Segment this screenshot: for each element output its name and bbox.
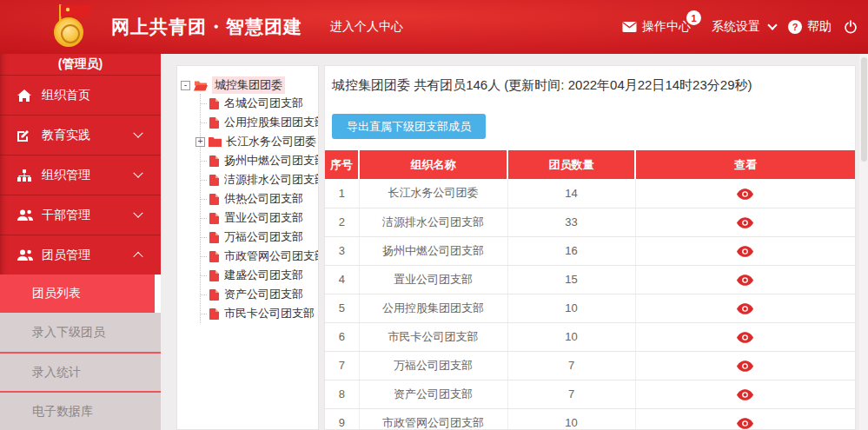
expand-plus-icon[interactable]: + — [195, 137, 205, 147]
eye-icon[interactable] — [737, 303, 753, 314]
logout-power-button[interactable] — [844, 20, 858, 34]
file-icon — [209, 308, 219, 320]
tree-item[interactable]: 供热公司团支部 — [201, 189, 318, 208]
row-index: 5 — [325, 294, 359, 322]
tree-item[interactable]: 洁源排水公司团支部 — [201, 170, 318, 189]
sidebar-item-label: 干部管理 — [42, 208, 90, 223]
communist-youth-league-emblem-icon — [50, 5, 96, 49]
eye-icon[interactable] — [737, 275, 753, 286]
eye-icon[interactable] — [737, 246, 753, 257]
file-icon — [209, 289, 219, 301]
top-header-bar: 网上共青团・智慧团建 进入个人中心 操作中心 1 系统设置 ? 帮助 — [0, 0, 868, 54]
tree-root-label[interactable]: 城控集团团委 — [212, 76, 285, 94]
row-org-name: 市民卡公司团支部 — [359, 322, 507, 351]
row-view-cell — [635, 265, 855, 294]
row-view-cell — [635, 351, 855, 380]
file-icon — [209, 117, 219, 129]
column-header-view: 查看 — [635, 150, 855, 179]
row-member-count: 16 — [507, 236, 635, 265]
row-index: 6 — [325, 322, 359, 351]
table-header-row: 序号 组织名称 团员数量 查看 — [325, 150, 855, 179]
row-index: 8 — [325, 380, 359, 408]
row-view-cell — [635, 294, 855, 322]
eye-icon[interactable] — [737, 361, 753, 372]
left-sidebar-nav: (管理员) 组织首页 教育实践 组织管理 干部管理 团员管理 团 — [0, 54, 161, 430]
organization-members-table: 序号 组织名称 团员数量 查看 1 长江水务公司团委 14 2 洁源排水公司团支… — [325, 150, 855, 430]
tree-item[interactable]: 置业公司团支部 — [201, 208, 318, 228]
collapse-minus-icon[interactable]: - — [181, 81, 190, 90]
tree-item[interactable]: 名城公司团支部 — [201, 94, 318, 113]
row-member-count: 10 — [507, 294, 635, 322]
row-org-name: 万福公司团支部 — [359, 351, 507, 380]
row-member-count: 7 — [507, 351, 635, 380]
organization-tree-panel: - 城控集团团委 名城公司团支部 公用控股集团团支部 + 长江水务公司团委 扬州… — [176, 65, 319, 430]
sidebar-item-members[interactable]: 团员管理 — [0, 235, 161, 275]
sidebar-item-org-home[interactable]: 组织首页 — [0, 75, 161, 115]
tree-item[interactable]: 资产公司团支部 — [201, 285, 318, 304]
column-header-index: 序号 — [325, 150, 359, 179]
row-org-name: 公用控股集团团支部 — [359, 294, 507, 322]
action-center-button[interactable]: 操作中心 1 — [622, 19, 691, 35]
sidebar-item-label: 组织首页 — [42, 88, 90, 103]
tree-item[interactable]: 万福公司团支部 — [201, 228, 318, 247]
row-view-cell — [635, 179, 855, 208]
sidebar-item-organization[interactable]: 组织管理 — [0, 155, 161, 195]
personal-center-link[interactable]: 进入个人中心 — [330, 19, 403, 35]
row-index: 2 — [325, 208, 359, 236]
row-member-count: 7 — [507, 380, 635, 408]
sidebar-subitem-enter-lower-members[interactable]: 录入下级团员 — [0, 313, 161, 352]
eye-icon[interactable] — [737, 217, 753, 228]
row-index: 7 — [325, 351, 359, 380]
table-row: 1 长江水务公司团委 14 — [325, 179, 855, 208]
tree-item[interactable]: 公用控股集团团支部 — [201, 113, 318, 132]
eye-icon[interactable] — [737, 418, 753, 429]
eye-icon[interactable] — [737, 189, 753, 200]
role-label: (管理员) — [0, 54, 161, 75]
row-view-cell — [635, 380, 855, 408]
table-row: 4 置业公司团支部 15 — [325, 265, 855, 294]
row-index: 3 — [325, 236, 359, 265]
file-icon — [209, 232, 219, 243]
row-index: 1 — [325, 179, 359, 208]
table-row: 8 资产公司团支部 7 — [325, 380, 855, 408]
tree-item[interactable]: 建盛公司团支部 — [201, 266, 318, 285]
table-row: 5 公用控股集团团支部 10 — [325, 294, 855, 322]
eye-icon[interactable] — [737, 332, 753, 343]
sidebar-item-education[interactable]: 教育实践 — [0, 115, 161, 155]
tree-item[interactable]: 市民卡公司团支部 — [201, 304, 318, 323]
row-org-name: 置业公司团支部 — [359, 265, 507, 294]
chevron-down-icon — [133, 128, 142, 137]
system-settings-button[interactable]: 系统设置 — [712, 19, 776, 35]
row-index: 4 — [325, 265, 359, 294]
eye-icon[interactable] — [737, 389, 753, 400]
question-icon: ? — [788, 20, 802, 34]
sidebar-subitem-member-list[interactable]: 团员列表 — [0, 275, 161, 313]
member-users-icon — [17, 248, 33, 262]
sidebar-item-label: 教育实践 — [42, 128, 90, 143]
row-member-count: 15 — [507, 265, 635, 294]
row-member-count: 10 — [507, 408, 635, 430]
envelope-icon — [622, 22, 637, 32]
tree-item-expandable[interactable]: + 长江水务公司团委 — [195, 132, 318, 151]
tree-root-item[interactable]: - 城控集团团委 — [181, 76, 318, 94]
tree-item[interactable]: 扬州中燃公司团支部 — [201, 151, 318, 170]
row-view-cell — [635, 236, 855, 265]
sidebar-subitem-entry-stats[interactable]: 录入统计 — [0, 352, 161, 391]
tree-item[interactable]: 市政管网公司团支部 — [201, 247, 318, 266]
table-row: 9 市政管网公司团支部 10 — [325, 408, 855, 430]
sidebar-item-label: 团员管理 — [42, 248, 90, 263]
row-index: 9 — [325, 408, 359, 430]
help-button[interactable]: ? 帮助 — [788, 19, 832, 35]
sidebar-subitem-electronic-database[interactable]: 电子数据库 — [0, 391, 161, 430]
table-row: 6 市民卡公司团支部 10 — [325, 322, 855, 351]
export-members-button[interactable]: 导出直属下级团支部成员 — [332, 114, 486, 139]
scrollbar-thumb[interactable] — [861, 57, 867, 162]
chevron-down-icon — [767, 20, 777, 30]
file-icon — [209, 213, 219, 224]
page-scrollbar[interactable] — [859, 54, 868, 430]
row-member-count: 10 — [507, 322, 635, 351]
sidebar-item-cadre[interactable]: 干部管理 — [0, 195, 161, 235]
chevron-up-icon — [133, 251, 142, 261]
closed-folder-icon — [209, 136, 222, 147]
file-icon — [209, 270, 219, 281]
